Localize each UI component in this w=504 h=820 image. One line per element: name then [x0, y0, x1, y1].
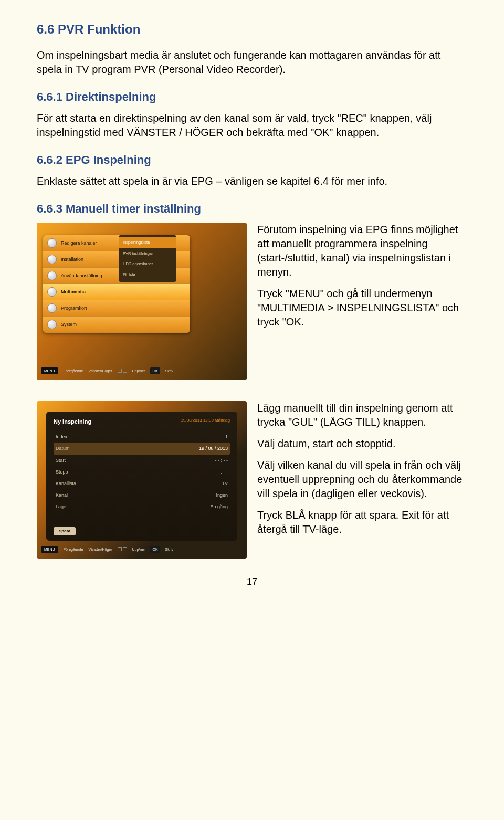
menu-item-label: Multimedia [61, 289, 86, 295]
form-row: Stopp- - : - - [54, 466, 230, 478]
footer-menu-button-2: MENU [41, 546, 58, 553]
form-row-key: Läge [56, 503, 66, 510]
form-row-value: 1 [225, 434, 228, 440]
heading-pvr-funktion: 6.6 PVR Funktion [37, 21, 467, 38]
form-row: LägeEn gång [54, 501, 230, 512]
form-row-key: Kanal [56, 492, 68, 498]
menu-icon [47, 271, 57, 280]
heading-manuell-timer: 6.6.3 Manuell timer inställning [37, 201, 467, 217]
footer-menu-button: MENU [41, 367, 58, 374]
form-row-key: Stopp [56, 469, 68, 475]
submenu-item: Fil-lista [119, 269, 176, 280]
form-row-value: TV [222, 480, 228, 487]
footer-skriv-label-2: Skriv [165, 547, 174, 552]
submenu-item: Inspelningslista [119, 237, 176, 248]
form-row: Datum19 / 08 / 2013 [54, 443, 230, 454]
menu-item: Programkort [43, 300, 190, 317]
form-row-key: Index [56, 434, 67, 440]
form-row: Start- - : - - [54, 455, 230, 466]
menu-item-label: Redigera kanaler [61, 240, 97, 246]
submenu-item: PVR inställningar [119, 248, 176, 259]
menu-item-label: Programkort [61, 305, 87, 311]
form-title: Ny inspelning [54, 418, 91, 426]
footer-ok-button-2: OK [150, 546, 160, 553]
form-row-key: Kanallista [56, 480, 76, 487]
paragraph-manuell-1: Förutom inspelning via EPG finns möjligh… [257, 223, 467, 279]
page-number: 17 [37, 575, 467, 588]
form-row-key: Start [56, 457, 66, 464]
form-row-value: Ingen [216, 492, 228, 498]
screenshot-form: Ny inspelning 19/08/2013 12:39 Måndag In… [37, 401, 247, 559]
form-row-value: 19 / 08 / 2013 [199, 445, 228, 451]
intro-paragraph: Om inspelningsbart media är anslutet och… [37, 48, 467, 77]
paragraph-lagg-2: Välj datum, start och stopptid. [257, 437, 467, 451]
menu-icon [47, 255, 57, 264]
menu-item: System [43, 317, 190, 333]
menu-item-label: System [61, 321, 77, 328]
menu-item-label: Användarinställning [61, 272, 102, 279]
paragraph-lagg-4: Tryck BLÅ knapp för att spara. Exit för … [257, 508, 467, 537]
heading-epg-inspelning: 6.6.2 EPG Inspelning [37, 152, 467, 168]
heading-direktinspelning: 6.6.1 Direktinspelning [37, 89, 467, 105]
form-row: KanallistaTV [54, 478, 230, 489]
paragraph-lagg-3: Välj vilken kanal du vill spela in från … [257, 458, 467, 501]
footer-prev-label-2: Föregående [64, 547, 83, 552]
form-row: KanalIngen [54, 489, 230, 501]
menu-icon [47, 287, 57, 297]
footer-ok-button: OK [150, 367, 160, 374]
footer-lr-label: Vänster/Höger [88, 369, 112, 373]
form-row-key: Datum [56, 445, 70, 451]
menu-icon [47, 303, 57, 313]
form-row-value: - - : - - [215, 469, 228, 475]
footer-ud-label-2: Upp/ner [132, 547, 145, 552]
menu-icon [47, 320, 57, 329]
spara-button: Spara [54, 527, 76, 536]
menu-icon [47, 238, 57, 248]
form-row-value: En gång [210, 503, 228, 510]
paragraph-epg-inspelning: Enklaste sättet att spela in är via EPG … [37, 174, 467, 188]
form-row: Index1 [54, 431, 230, 443]
paragraph-direktinspelning: För att starta en direktinspelning av de… [37, 111, 467, 140]
menu-item: Multimedia [43, 284, 190, 300]
footer-prev-label: Föregående [64, 369, 83, 373]
form-row-value: - - : - - [215, 457, 228, 464]
form-date: 19/08/2013 12:39 Måndag [181, 418, 230, 426]
menu-item-label: Installation [61, 256, 83, 262]
submenu-item: HDD egenskaper [119, 259, 176, 269]
paragraph-manuell-2: Tryck "MENU" och gå till undermenyn "MUL… [257, 287, 467, 329]
paragraph-lagg-1: Lägg manuellt till din inspelning genom … [257, 401, 467, 429]
footer-lr-label-2: Vänster/Höger [88, 547, 112, 552]
footer-ud-label: Upp/ner [132, 369, 145, 373]
screenshot-menu: Redigera kanalerInstallationAnvändarinst… [37, 223, 247, 380]
footer-skriv-label: Skriv [165, 369, 174, 373]
